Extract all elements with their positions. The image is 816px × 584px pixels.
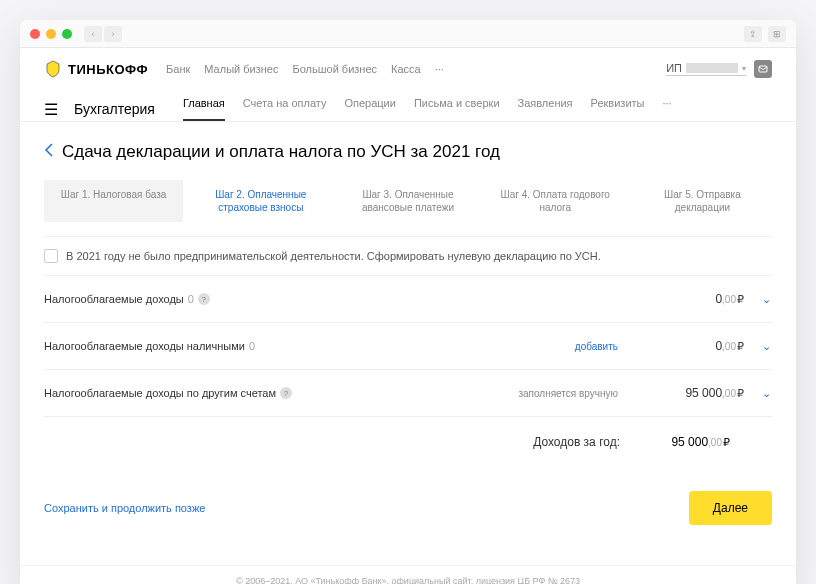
action-bar: Сохранить и продолжить позже Далее [44,467,772,555]
top-header: ТИНЬКОФФ Банк Малый бизнес Большой бизне… [20,48,796,86]
nav-forward-button[interactable]: › [104,26,122,42]
tab-letters[interactable]: Письма и сверки [414,97,500,121]
top-nav-big-biz[interactable]: Большой бизнес [292,63,377,75]
brand-logo-icon [44,60,62,78]
row-label: Налогооблагаемые доходы наличными [44,340,245,352]
add-link[interactable]: добавить [575,341,618,352]
tab-details[interactable]: Реквизиты [591,97,645,121]
income-row-taxable: Налогооблагаемые доходы 0 ? 0,00₽ ⌄ [44,276,772,323]
row-amount: 95 000,00₽ [654,386,744,400]
brand-name: ТИНЬКОФФ [68,62,148,77]
row-label: Налогооблагаемые доходы [44,293,184,305]
help-icon[interactable]: ? [280,387,292,399]
chevron-down-icon: ▾ [742,64,746,73]
help-icon[interactable]: ? [198,293,210,305]
page-title: Сдача декларации и оплата налога по УСН … [62,142,500,162]
row-label: Налогооблагаемые доходы по другим счетам [44,387,276,399]
zero-declaration-checkbox[interactable] [44,249,58,263]
user-name-redacted [686,63,738,73]
user-menu[interactable]: ИП ▾ [666,62,746,76]
manual-note: заполняется вручную [518,388,618,399]
brand[interactable]: ТИНЬКОФФ [44,60,148,78]
header-user: ИП ▾ [666,60,772,78]
footer: © 2006–2021, АО «Тинькофф Банк», официал… [20,565,796,584]
step-2[interactable]: Шаг 2. Оплаченные страховые взносы [191,180,330,222]
income-row-other-accounts: Налогооблагаемые доходы по другим счетам… [44,370,772,417]
top-nav-small-biz[interactable]: Малый бизнес [204,63,278,75]
zero-declaration-row: В 2021 году не было предпринимательской … [44,236,772,276]
window-maximize-button[interactable] [62,29,72,39]
section-tabs: Главная Счета на оплату Операции Письма … [183,97,672,121]
top-nav: Банк Малый бизнес Большой бизнес Касса ·… [166,63,444,75]
step-5[interactable]: Шаг 5. Отправка декларации [633,180,772,222]
window-titlebar: ‹ › ⇪ ⊞ [20,20,796,48]
expand-chevron-icon[interactable]: ⌄ [760,387,772,400]
tab-more[interactable]: ··· [662,97,671,121]
section-title: Бухгалтерия [74,101,155,117]
avatar[interactable] [754,60,772,78]
step-4[interactable]: Шаг 4. Оплата годового налога [486,180,625,222]
row-amount: 0,00₽ [654,292,744,306]
step-1[interactable]: Шаг 1. Налоговая база [44,180,183,222]
tabs-icon[interactable]: ⊞ [768,26,786,42]
row-count: 0 [188,293,194,305]
tab-invoices[interactable]: Счета на оплату [243,97,327,121]
top-nav-bank[interactable]: Банк [166,63,190,75]
top-nav-kassa[interactable]: Касса [391,63,421,75]
back-arrow-icon[interactable] [44,143,54,161]
top-nav-more[interactable]: ··· [435,63,444,75]
tab-main[interactable]: Главная [183,97,225,121]
next-button[interactable]: Далее [689,491,772,525]
user-prefix: ИП [666,62,682,74]
tab-requests[interactable]: Заявления [518,97,573,121]
page-head: Сдача декларации и оплата налога по УСН … [44,142,772,162]
content: Сдача декларации и оплата налога по УСН … [20,122,796,555]
income-row-cash: Налогооблагаемые доходы наличными 0 доба… [44,323,772,370]
total-amount: 95 000,00₽ [640,435,730,449]
browser-nav: ‹ › [84,26,122,42]
share-icon[interactable]: ⇪ [744,26,762,42]
total-label: Доходов за год: [533,435,620,449]
hamburger-menu-icon[interactable]: ☰ [44,100,58,119]
row-count: 0 [249,340,255,352]
total-row: Доходов за год: 95 000,00₽ [44,417,772,467]
expand-chevron-icon[interactable]: ⌄ [760,340,772,353]
app-window: ‹ › ⇪ ⊞ ТИНЬКОФФ Банк Малый бизнес Больш… [20,20,796,584]
nav-back-button[interactable]: ‹ [84,26,102,42]
tab-operations[interactable]: Операции [344,97,395,121]
section-header: ☰ Бухгалтерия Главная Счета на оплату Оп… [20,86,796,121]
expand-chevron-icon[interactable]: ⌄ [760,293,772,306]
row-amount: 0,00₽ [654,339,744,353]
step-3[interactable]: Шаг 3. Оплаченные авансовые платежи [338,180,477,222]
zero-declaration-label: В 2021 году не было предпринимательской … [66,250,601,262]
window-close-button[interactable] [30,29,40,39]
wizard-steps: Шаг 1. Налоговая база Шаг 2. Оплаченные … [44,180,772,222]
window-minimize-button[interactable] [46,29,56,39]
save-and-continue-link[interactable]: Сохранить и продолжить позже [44,502,205,514]
